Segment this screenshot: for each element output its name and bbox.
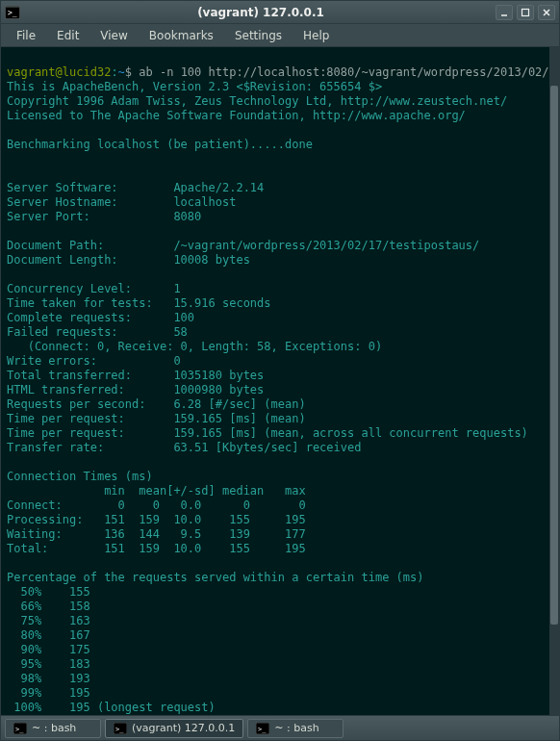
value: /~vagrant/wordpress/2013/02/17/testipost… [173, 239, 479, 252]
menu-view[interactable]: View [90, 26, 137, 45]
menu-edit[interactable]: Edit [47, 26, 89, 45]
taskbar-item-bash1[interactable]: >_ ~ : bash [5, 719, 101, 738]
value: 15.916 seconds [173, 296, 270, 310]
value: 1000980 bytes [173, 383, 264, 396]
label: Requests per second: [7, 397, 173, 411]
label: Server Port: [7, 210, 173, 223]
value: 1 [173, 282, 180, 295]
label: Concurrency Level: [7, 282, 173, 295]
taskbar-item-label: (vagrant) 127.0.0.1 [132, 722, 235, 734]
output-line: 95% 183 [7, 657, 90, 671]
titlebar: >_ (vagrant) 127.0.0.1 [1, 1, 559, 24]
label: Time per request: [7, 426, 173, 440]
value: 159.165 [ms] (mean) [173, 412, 305, 425]
output-line: 75% 163 [7, 614, 90, 627]
terminal-icon: >_ [256, 723, 269, 734]
value: 10008 bytes [173, 253, 249, 267]
terminal-scrollbar[interactable] [549, 47, 559, 715]
svg-text:>_: >_ [8, 9, 17, 17]
terminal-icon: >_ [5, 5, 20, 20]
label: Server Hostname: [7, 195, 173, 209]
output-line: 80% 167 [7, 628, 90, 642]
output-line: Total: 151 159 10.0 155 195 [7, 542, 306, 555]
svg-text:>_: >_ [115, 726, 124, 733]
value: 6.28 [#/sec] (mean) [173, 397, 305, 411]
value: 159.165 [ms] (mean, across all concurren… [173, 426, 527, 440]
label: Write errors: [7, 354, 173, 368]
output-line: 99% 195 [7, 686, 90, 700]
label: Server Software: [7, 181, 173, 194]
output-line: 100% 195 (longest request) [7, 701, 216, 714]
menu-bookmarks[interactable]: Bookmarks [140, 26, 223, 45]
output-line: min mean[+/-sd] median max [7, 484, 306, 498]
taskbar: >_ ~ : bash >_ (vagrant) 127.0.0.1 >_ ~ … [1, 715, 559, 740]
taskbar-item-bash2[interactable]: >_ ~ : bash [247, 719, 344, 738]
value: 100 [173, 311, 194, 324]
output-line: This is ApacheBench, Version 2.3 <$Revis… [7, 80, 382, 93]
prompt-sigil: $ [125, 65, 139, 79]
command-text: ab -n 100 http://localhost:8080/~vagrant… [139, 65, 559, 79]
label: Failed requests: [7, 325, 173, 339]
label: HTML transferred: [7, 383, 173, 396]
output-line: Waiting: 136 144 9.5 139 177 [7, 527, 306, 541]
menubar: File Edit View Bookmarks Settings Help [1, 24, 559, 47]
label: Complete requests: [7, 311, 173, 324]
svg-text:>_: >_ [258, 726, 267, 733]
menu-help[interactable]: Help [293, 26, 339, 45]
svg-text:>_: >_ [15, 726, 24, 733]
output-line: Copyright 1996 Adam Twiss, Zeus Technolo… [7, 94, 507, 108]
label: Document Length: [7, 253, 173, 267]
output-line: Percentage of the requests served within… [7, 571, 423, 584]
minimize-button[interactable] [496, 5, 513, 20]
label: Total transferred: [7, 369, 173, 382]
menu-settings[interactable]: Settings [225, 26, 292, 45]
prompt-path: ~ [118, 65, 125, 79]
terminal-output[interactable]: vagrant@lucid32:~$ ab -n 100 http://loca… [1, 47, 559, 715]
taskbar-item-label: ~ : bash [32, 722, 76, 734]
output-line: (Connect: 0, Receive: 0, Length: 58, Exc… [7, 340, 382, 353]
window-controls [496, 5, 555, 20]
window-title: (vagrant) 127.0.0.1 [26, 6, 496, 19]
value: 63.51 [Kbytes/sec] received [173, 441, 361, 454]
close-button[interactable] [538, 5, 555, 20]
terminal-icon: >_ [114, 723, 127, 734]
output-line: Processing: 151 159 10.0 155 195 [7, 513, 306, 526]
label: Time taken for tests: [7, 296, 173, 310]
output-line: 90% 175 [7, 643, 90, 656]
prompt-user-host: vagrant@lucid32 [7, 65, 111, 79]
output-line: Benchmarking localhost (be patient).....… [7, 138, 313, 151]
value: localhost [173, 195, 236, 209]
value: 1035180 bytes [173, 369, 264, 382]
maximize-button[interactable] [517, 5, 534, 20]
value: 58 [173, 325, 187, 339]
output-line: Licensed to The Apache Software Foundati… [7, 109, 466, 122]
prompt-colon: : [111, 65, 117, 79]
label: Document Path: [7, 239, 173, 252]
output-line: Connection Times (ms) [7, 470, 153, 483]
scrollbar-thumb[interactable] [550, 86, 558, 625]
label: Time per request: [7, 412, 173, 425]
output-line: 66% 158 [7, 600, 90, 613]
label: Transfer rate: [7, 441, 173, 454]
output-line: Connect: 0 0 0.0 0 0 [7, 498, 306, 512]
value: Apache/2.2.14 [173, 181, 264, 194]
menu-file[interactable]: File [7, 26, 45, 45]
taskbar-item-vagrant[interactable]: >_ (vagrant) 127.0.0.1 [105, 719, 243, 738]
output-line: 98% 193 [7, 672, 90, 685]
svg-rect-4 [522, 9, 529, 15]
value: 8080 [173, 210, 201, 223]
terminal-icon: >_ [13, 723, 27, 734]
value: 0 [173, 354, 180, 368]
taskbar-item-label: ~ : bash [274, 722, 318, 734]
output-line: 50% 155 [7, 585, 90, 599]
